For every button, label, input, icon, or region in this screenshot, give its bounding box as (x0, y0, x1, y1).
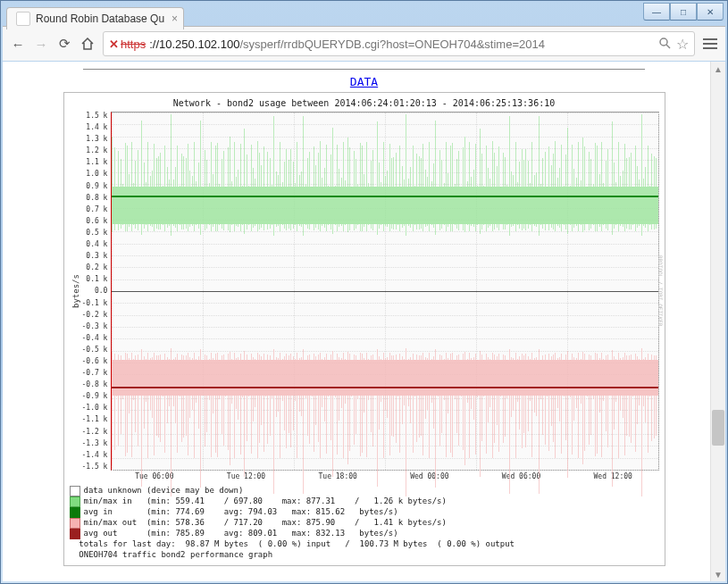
url-host: ://10.250.102.100 (149, 38, 239, 51)
tab-favicon (16, 12, 30, 26)
search-icon[interactable] (658, 37, 671, 52)
legend-swatch (70, 529, 80, 539)
legend-row: avg in (min: 774.69 avg: 794.03 max: 815… (70, 507, 659, 518)
y-axis-ticks: 1.5 k1.4 k1.3 k1.2 k1.1 k1.0 k0.9 k0.8 k… (82, 112, 112, 471)
legend-text: min/max in (min: 559.41 / 697.80 max: 87… (84, 496, 447, 507)
back-button[interactable]: ← (10, 36, 26, 52)
reload-button[interactable]: ⟳ (56, 36, 72, 52)
window-close-button[interactable]: ✕ (697, 3, 724, 21)
chrome-menu-button[interactable] (702, 36, 718, 52)
plot-area: RRDTOOL / TOBI OETIKER (111, 112, 658, 471)
legend-text: min/max out (min: 578.36 / 717.20 max: 8… (84, 518, 447, 529)
vertical-scrollbar[interactable]: ▲ ▼ (710, 62, 725, 581)
legend-swatch (70, 507, 80, 518)
divider (83, 69, 645, 70)
tab-close-icon[interactable]: × (172, 13, 178, 25)
graph-title: Network - bond2 usage between 2014:06:24… (70, 98, 659, 108)
svg-line-1 (666, 45, 670, 48)
browser-toolbar: ← → ⟳ ✕ https ://10.250.102.100 /sysperf… (3, 26, 725, 61)
tab-title: Round Robin Database Qu (36, 13, 164, 25)
ssl-warning-icon: ✕ https (109, 38, 146, 51)
scroll-down-arrow[interactable]: ▼ (711, 567, 725, 581)
window-frame: — □ ✕ Round Robin Database Qu × ← → ⟳ ✕ … (0, 0, 728, 584)
forward-button[interactable]: → (33, 36, 49, 52)
legend-text: avg in (min: 774.69 avg: 794.03 max: 815… (84, 507, 398, 518)
window-title-bar[interactable]: — □ ✕ Round Robin Database Qu × (1, 1, 727, 26)
legend-swatch (70, 518, 80, 529)
legend-swatch (70, 496, 80, 507)
window-maximize-button[interactable]: □ (670, 3, 697, 21)
address-bar[interactable]: ✕ https ://10.250.102.100 /sysperf/rrdbQ… (103, 31, 695, 56)
legend-text: avg out (min: 785.89 avg: 809.01 max: 83… (84, 529, 398, 539)
legend-text: data unknown (device may be down) (84, 486, 244, 496)
url-path: /sysperf/rrdbQUERYDB.cgi?host=ONEOH704&s… (239, 38, 545, 51)
window-minimize-button[interactable]: — (643, 3, 670, 21)
bookmark-star-icon[interactable]: ☆ (676, 36, 689, 53)
legend-row: min/max in (min: 559.41 / 697.80 max: 87… (70, 496, 659, 507)
legend-row: data unknown (device may be down) (70, 486, 659, 496)
svg-point-0 (660, 38, 667, 46)
page-viewport[interactable]: DATA Network - bond2 usage between 2014:… (3, 62, 725, 581)
browser-tab[interactable]: Round Robin Database Qu × (6, 7, 184, 29)
legend-totals: totals for last day: 98.87 M bytes ( 0.0… (70, 539, 659, 550)
legend-footer: ONEOH704 traffic bond2 performance graph (70, 550, 659, 561)
rrd-graph: Network - bond2 usage between 2014:06:24… (63, 92, 665, 566)
scroll-up-arrow[interactable]: ▲ (711, 62, 725, 76)
legend-row: avg out (min: 785.89 avg: 809.01 max: 83… (70, 529, 659, 539)
home-button[interactable] (79, 36, 96, 52)
y-axis-label: bytes/s (70, 112, 82, 471)
legend-row: min/max out (min: 578.36 / 717.20 max: 8… (70, 518, 659, 529)
legend: data unknown (device may be down)min/max… (70, 486, 659, 560)
legend-swatch (70, 486, 80, 496)
data-link[interactable]: DATA (29, 75, 699, 88)
x-axis-ticks: Tue 06:00Tue 12:00Tue 18:00Wed 00:00Wed … (109, 472, 659, 480)
scroll-thumb[interactable] (712, 410, 724, 446)
